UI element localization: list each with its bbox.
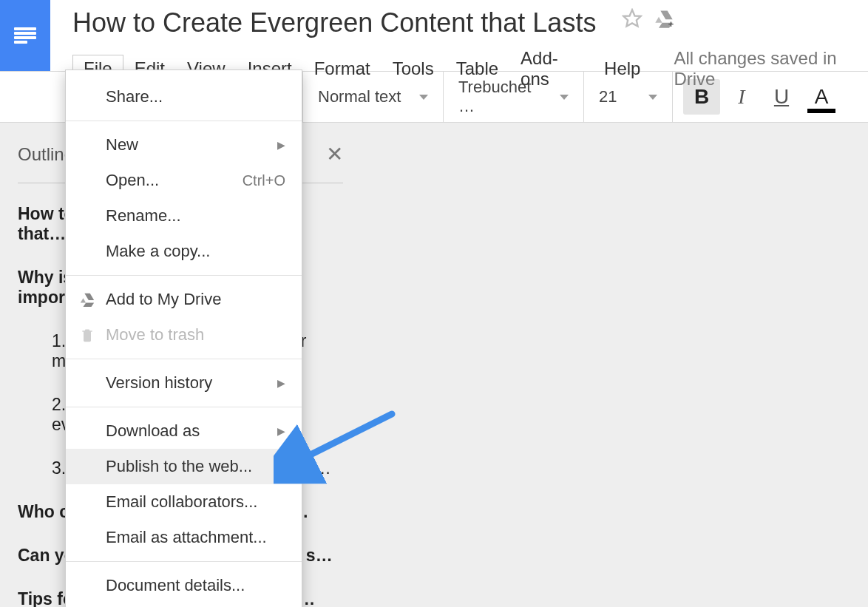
file-menu-open[interactable]: Open... Ctrl+O	[66, 163, 302, 198]
close-icon[interactable]: ✕	[326, 142, 343, 166]
text-color-bar	[807, 109, 835, 113]
caret-icon	[648, 95, 657, 100]
menu-tools[interactable]: Tools	[382, 55, 445, 83]
svg-marker-0	[623, 10, 640, 26]
add-to-drive-icon[interactable]: +	[653, 8, 675, 29]
menu-format[interactable]: Format	[303, 55, 382, 83]
drive-add-icon	[78, 290, 97, 309]
caret-icon	[560, 95, 569, 100]
svg-text:+: +	[668, 18, 674, 29]
file-menu-document-details[interactable]: Document details...	[66, 568, 302, 603]
file-menu-rename[interactable]: Rename...	[66, 198, 302, 234]
menu-help[interactable]: Help	[593, 55, 651, 83]
file-menu-make-copy[interactable]: Make a copy...	[66, 234, 302, 269]
file-menu-email-collaborators[interactable]: Email collaborators...	[66, 484, 302, 520]
file-menu-add-to-drive[interactable]: Add to My Drive	[66, 282, 302, 317]
file-menu-version-history[interactable]: Version history ▶	[66, 365, 302, 401]
file-menu-email-attachment[interactable]: Email as attachment...	[66, 520, 302, 555]
text-color-label: A	[815, 85, 829, 109]
trash-icon	[78, 325, 97, 345]
shortcut-label: Ctrl+O	[243, 172, 285, 189]
chevron-right-icon: ▶	[277, 139, 285, 151]
menu-addons[interactable]: Add-ons	[509, 44, 593, 93]
file-menu-download-as[interactable]: Download as ▶	[66, 413, 302, 449]
text-color-button[interactable]: A	[803, 79, 840, 115]
file-menu-move-to-trash: Move to trash	[66, 317, 302, 353]
file-menu-new[interactable]: New ▶	[66, 127, 302, 163]
file-menu-share[interactable]: Share...	[66, 79, 302, 115]
docs-logo-lines	[14, 27, 36, 44]
document-title[interactable]: How to Create Evergreen Content that Las…	[72, 7, 603, 38]
caret-icon	[419, 95, 428, 100]
chevron-right-icon: ▶	[277, 425, 285, 437]
chevron-right-icon: ▶	[277, 377, 285, 389]
star-icon[interactable]	[622, 8, 642, 29]
menu-table[interactable]: Table	[445, 55, 509, 83]
file-menu-publish-web[interactable]: Publish to the web...	[66, 449, 302, 484]
file-menu-dropdown: Share... New ▶ Open... Ctrl+O Rename... …	[65, 69, 302, 607]
docs-logo[interactable]	[0, 0, 50, 71]
